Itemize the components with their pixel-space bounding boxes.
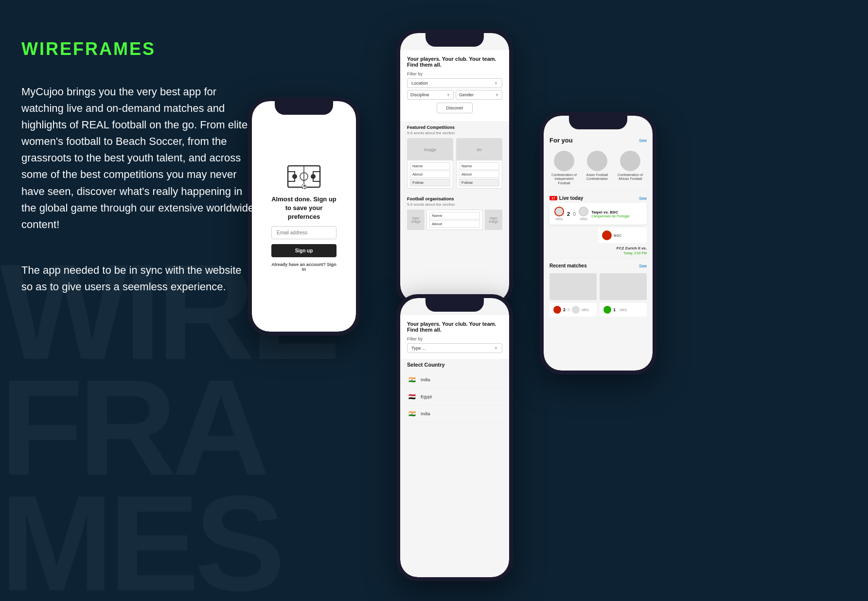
club-item-2[interactable]: Asian Football Confederation — [583, 151, 612, 185]
filter-label: Filter by — [407, 71, 502, 76]
team2-logo — [579, 207, 588, 216]
bsc-label: BSC — [614, 233, 621, 238]
recent-see[interactable]: See — [639, 264, 647, 268]
card-about-2: About — [459, 171, 499, 178]
live-see[interactable]: See — [639, 196, 647, 201]
live-section-title: 17 Live today — [549, 195, 583, 201]
rmi-time-1: HRS — [582, 308, 589, 312]
country-item-india-2[interactable]: 🇮🇳 India — [407, 406, 502, 423]
description-secondary: The app needed to be in sync with the we… — [21, 262, 255, 295]
phone-foryou-mockup: For you See Confederation of Independent… — [540, 112, 656, 374]
live-title-text: Live today — [559, 195, 583, 201]
rmi-sep-1: 0 — [567, 307, 570, 312]
phone-wireframe-bot-mockup: Your players. Your club. Your team. Find… — [396, 294, 513, 581]
club-logo-2 — [587, 151, 607, 171]
featured-competitions-sub: 5-6 words about the section — [407, 131, 502, 135]
live-section-header: 17 Live today See — [544, 193, 653, 203]
phone-signup-screen: ⚽ Almost done. Sign up to save your pref… — [252, 101, 356, 332]
match2-teams: FCZ Zurich II vs. — [617, 246, 647, 250]
club-logo-3 — [620, 151, 640, 171]
football-orgs-sub: 5-6 words about the section — [407, 202, 502, 207]
phone-notch-2 — [425, 33, 484, 47]
gender-select[interactable]: Gender ▼ — [456, 90, 502, 100]
card-body-1: Name About Follow — [407, 160, 453, 188]
match-card-1[interactable]: HRS 2 0 HRS Taipei vs. BSC Campeonato de… — [549, 203, 647, 225]
country-list: Select Country 🇮🇳 India 🇪🇬 Egypt 🇮🇳 Indi… — [400, 359, 509, 425]
soccer-field-icon: ⚽ — [287, 161, 321, 190]
match-league-1: Campeonato de Portugal — [591, 214, 642, 218]
card-image-1: Image — [407, 139, 453, 160]
card-name-1: Name — [410, 162, 450, 170]
match-score-1: 2 — [567, 211, 570, 217]
org-about-1: About — [429, 220, 480, 228]
wf-bot-headline: Your players. Your club. Your team. Find… — [407, 321, 502, 333]
bot-filter-label: Filter by — [407, 336, 502, 341]
india-flag-2: 🇮🇳 — [407, 409, 417, 419]
discover-button[interactable]: Discover — [437, 103, 472, 113]
page-title: WIREFRAMES — [21, 39, 255, 59]
featured-competitions-section: Featured Competitions 5-6 words about th… — [400, 121, 509, 193]
phone-notch-4 — [569, 116, 627, 129]
match-score-sep-1: 0 — [573, 211, 576, 217]
signup-button[interactable]: Sign up — [271, 244, 337, 257]
phone-wireframe-top-mockup: Your players. Your club. Your team. Find… — [396, 29, 513, 306]
match2-time: Today, 2:00 PM — [623, 251, 647, 255]
foryou-see[interactable]: See — [639, 138, 647, 143]
card-image-2: Im — [457, 139, 502, 160]
match-info-1: Taipei vs. BSC Campeonato de Portugal — [591, 210, 642, 218]
recent-match-2[interactable]: 1 HRS — [600, 303, 647, 317]
discipline-select[interactable]: Discipline ▼ — [407, 90, 454, 100]
country-name-egypt: Egypt — [421, 394, 432, 399]
competition-cards-row: Image Name About Follow Im Name About Fo… — [407, 138, 502, 189]
match-teams-1: Taipei vs. BSC — [591, 210, 642, 214]
wf-headline: Your players. Your club. Your team. Find… — [407, 56, 502, 68]
phone-notch-3 — [425, 298, 484, 312]
phone-foryou-screen: For you See Confederation of Independent… — [544, 116, 653, 371]
match2-teams-row: FCZ Zurich II vs. — [549, 246, 647, 250]
card-follow-1[interactable]: Follow — [410, 179, 450, 186]
wireframe-bot-header: Your players. Your club. Your team. Find… — [400, 315, 509, 359]
club-name-3: Confederation of African Football — [616, 173, 645, 181]
club-logo-1 — [554, 151, 574, 171]
type-select[interactable]: Type ... ▼ — [407, 343, 502, 353]
phone-wireframe-top-screen: Your players. Your club. Your team. Find… — [400, 33, 509, 302]
rmi-score-2: 1 — [613, 307, 616, 312]
orgs-row: logo/image Name About logo/image — [407, 210, 502, 230]
card-follow-2[interactable]: Follow — [459, 179, 499, 186]
rmi-logo-green — [603, 306, 611, 314]
org-logo-2: logo/image — [485, 210, 502, 230]
team1-logo — [554, 207, 564, 216]
phone-signup-mockup: ⚽ Almost done. Sign up to save your pref… — [248, 97, 360, 336]
wireframe-top-header: Your players. Your club. Your team. Find… — [400, 50, 509, 121]
live-badge: 17 — [549, 196, 557, 200]
foryou-title: For you — [549, 137, 573, 144]
club-item-1[interactable]: Confederation of Independent Football — [549, 151, 579, 185]
rmi-score-1: 2 — [563, 307, 566, 312]
description-primary: MyCujoo brings you the very best app for… — [21, 84, 255, 233]
left-content-section: WIREFRAMES MyCujoo brings you the very b… — [21, 39, 255, 295]
competition-card-2: Im Name About Follow — [456, 138, 502, 189]
recent-match-1[interactable]: 2 0 HRS — [549, 303, 597, 317]
country-item-india-1[interactable]: 🇮🇳 India — [407, 371, 502, 389]
match-card-2[interactable]: BSC — [598, 228, 647, 243]
team2-hrs: HRS — [580, 217, 587, 221]
india-flag-1: 🇮🇳 — [407, 375, 417, 385]
org-info-1: Name About — [426, 210, 483, 230]
football-orgs-title: Football organisations — [407, 196, 502, 201]
card-name-2: Name — [459, 162, 499, 170]
select-country-label: Select Country — [407, 362, 502, 368]
card-body-2: Name About Follow — [457, 160, 502, 188]
match2-time-row: Today, 2:00 PM — [549, 251, 647, 255]
org-logo-1: logo/image — [407, 210, 425, 230]
email-input[interactable] — [271, 226, 337, 239]
location-select[interactable]: Location ▼ — [407, 78, 502, 88]
match-card-2-row: BSC — [549, 228, 647, 243]
svg-point-5 — [292, 174, 297, 179]
country-item-egypt[interactable]: 🇪🇬 Egypt — [407, 389, 502, 406]
country-name-india-2: India — [421, 411, 430, 416]
club-name-2: Asian Football Confederation — [583, 173, 612, 181]
club-item-3[interactable]: Confederation of African Football — [616, 151, 645, 185]
recent-img-1 — [549, 273, 597, 300]
club-name-1: Confederation of Independent Football — [549, 173, 579, 185]
recent-match-row-1: 2 0 HRS 1 HRS — [549, 303, 647, 317]
